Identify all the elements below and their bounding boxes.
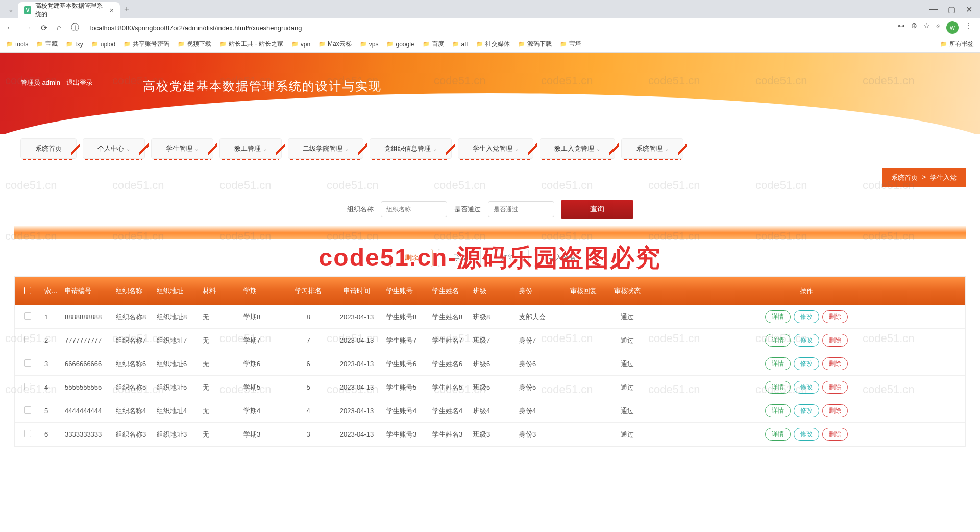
info-icon[interactable]: ⓘ <box>69 20 81 35</box>
cell-id: 身份4 <box>515 406 566 416</box>
home-icon[interactable]: ⌂ <box>55 21 64 34</box>
chevron-down-icon: ⌄ <box>345 146 349 152</box>
table-row: 54444444444组织名称4组织地址4无学期442023-04-13学生账号… <box>15 399 965 423</box>
back-icon[interactable]: ← <box>4 21 16 34</box>
close-icon[interactable]: × <box>110 6 114 14</box>
bookmark-item[interactable]: vpn <box>291 40 310 49</box>
tab-dropdown-icon[interactable]: ⌄ <box>4 6 18 13</box>
edit-button[interactable]: 修改 <box>794 310 819 323</box>
row-delete-button[interactable]: 删除 <box>822 334 848 347</box>
pass-input[interactable] <box>488 201 554 217</box>
cell-org: 组织名称4 <box>112 406 153 416</box>
nav-tab[interactable]: 系统管理⌄ <box>621 138 683 159</box>
forward-icon[interactable]: → <box>21 21 34 34</box>
edit-button[interactable]: 修改 <box>794 404 819 417</box>
cell-addr: 组织地址3 <box>153 430 199 439</box>
nav-tab[interactable]: 二级学院管理⌄ <box>288 138 363 159</box>
nav-tab[interactable]: 个人中心⌄ <box>83 138 145 159</box>
edit-button[interactable]: 修改 <box>794 357 819 370</box>
bookmark-item[interactable]: 视频下载 <box>178 40 211 49</box>
extension-icon[interactable]: ⟐ <box>936 21 940 34</box>
browser-tab[interactable]: V 高校党建基本数据管理系统的 × <box>18 2 120 18</box>
nav-tab[interactable]: 学生管理⌄ <box>151 138 213 159</box>
cell-idx: 2 <box>40 336 61 344</box>
bookmark-item[interactable]: tools <box>6 40 28 49</box>
export-button[interactable]: 导出 <box>438 249 481 267</box>
nav-tab[interactable]: 党组织信息管理⌄ <box>370 138 452 159</box>
nav-tab[interactable]: 教工管理⌄ <box>219 138 282 159</box>
key-icon[interactable]: ⊶ <box>898 21 905 34</box>
print-button[interactable]: 打印 <box>486 249 529 267</box>
row-delete-button[interactable]: 删除 <box>822 310 848 323</box>
table-row: 18888888888组织名称8组织地址8无学期882023-04-13学生账号… <box>15 305 965 329</box>
nav-tab[interactable]: 教工入党管理⌄ <box>540 138 615 159</box>
reload-icon[interactable]: ⟳ <box>39 21 50 35</box>
toolbar: code51.cn-源码乐园盗图必究 删除 导出 打印 导入数据 <box>0 239 980 276</box>
bookmark-item[interactable]: txy <box>66 40 83 49</box>
detail-button[interactable]: 详情 <box>765 310 791 323</box>
row-checkbox[interactable] <box>24 336 31 343</box>
edit-button[interactable]: 修改 <box>794 428 819 441</box>
cell-addr: 组织地址5 <box>153 383 199 392</box>
cell-id: 身份3 <box>515 430 566 439</box>
import-button[interactable]: 导入数据 <box>534 249 590 267</box>
bookmark-item[interactable]: 社交媒体 <box>476 40 510 49</box>
bookmark-item[interactable]: vps <box>360 40 379 49</box>
all-bookmarks[interactable]: 所有书签 <box>940 40 974 49</box>
nav-tab[interactable]: 系统首页 <box>20 138 77 159</box>
maximize-icon[interactable]: ▢ <box>948 5 955 14</box>
detail-button[interactable]: 详情 <box>765 334 791 347</box>
row-checkbox[interactable] <box>24 430 31 437</box>
bookmark-item[interactable]: Max云梯 <box>318 40 352 49</box>
row-checkbox[interactable] <box>24 383 31 390</box>
row-checkbox[interactable] <box>24 406 31 414</box>
bookmark-item[interactable]: aff <box>452 40 468 49</box>
delete-button[interactable]: 删除 <box>390 249 433 267</box>
favicon-icon: V <box>24 6 31 14</box>
row-delete-button[interactable]: 删除 <box>822 357 848 370</box>
col-index[interactable]: 索引 <box>40 286 61 296</box>
avatar[interactable]: W <box>946 21 959 34</box>
cell-stat: 通过 <box>607 383 648 392</box>
row-delete-button[interactable]: 删除 <box>822 381 848 394</box>
row-delete-button[interactable]: 删除 <box>822 404 848 417</box>
cell-rank: 4 <box>285 407 331 415</box>
url-input[interactable]: localhost:8080/springboot87or2/admin/dis… <box>86 22 893 34</box>
row-delete-button[interactable]: 删除 <box>822 428 848 441</box>
detail-button[interactable]: 详情 <box>765 357 791 370</box>
edit-button[interactable]: 修改 <box>794 334 819 347</box>
detail-button[interactable]: 详情 <box>765 404 791 417</box>
logout-link[interactable]: 退出登录 <box>66 78 93 87</box>
nav-tab[interactable]: 学生入党管理⌄ <box>458 138 533 159</box>
select-all-checkbox[interactable] <box>24 287 31 294</box>
bookmark-item[interactable]: 共享账号密码 <box>124 40 169 49</box>
search-button[interactable]: 查询 <box>561 200 633 219</box>
cell-rank: 8 <box>285 313 331 321</box>
translate-icon[interactable]: ⊕ <box>911 21 917 34</box>
breadcrumb-home[interactable]: 系统首页 <box>891 173 918 182</box>
bookmark-item[interactable]: 站长工具 - 站长之家 <box>219 40 283 49</box>
cell-addr: 组织地址7 <box>153 336 199 345</box>
cell-name: 学生姓名6 <box>428 359 469 369</box>
bookmark-item[interactable]: 宝塔 <box>560 40 581 49</box>
minimize-icon[interactable]: — <box>929 5 938 14</box>
bookmark-item[interactable]: 百度 <box>423 40 444 49</box>
row-checkbox[interactable] <box>24 312 31 320</box>
row-checkbox[interactable] <box>24 359 31 367</box>
bookmark-item[interactable]: uplod <box>91 40 115 49</box>
new-tab-icon[interactable]: + <box>124 4 130 15</box>
cell-ops: 详情修改删除 <box>648 428 965 441</box>
cell-acc: 学生账号8 <box>382 312 428 322</box>
close-window-icon[interactable]: ✕ <box>966 5 972 14</box>
menu-icon[interactable]: ⋮ <box>965 21 972 34</box>
edit-button[interactable]: 修改 <box>794 381 819 394</box>
bookmark-item[interactable]: 宝藏 <box>36 40 58 49</box>
cell-stat: 通过 <box>607 312 648 322</box>
star-icon[interactable]: ☆ <box>923 21 930 34</box>
bookmark-item[interactable]: google <box>386 40 414 49</box>
org-input[interactable] <box>381 201 447 217</box>
detail-button[interactable]: 详情 <box>765 428 791 441</box>
bookmark-item[interactable]: 源码下载 <box>518 40 552 49</box>
cell-rank: 6 <box>285 360 331 368</box>
detail-button[interactable]: 详情 <box>765 381 791 394</box>
